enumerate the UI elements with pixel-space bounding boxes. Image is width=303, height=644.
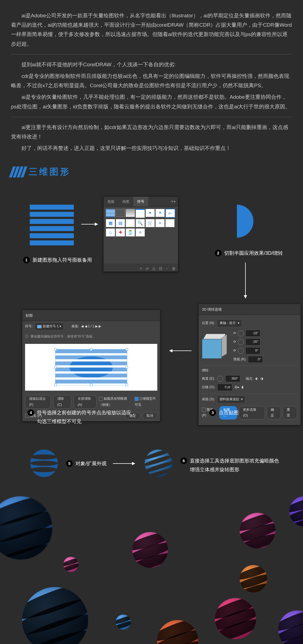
axis-icon: ⟳ xyxy=(233,348,236,354)
offset-input[interactable]: 0 pt xyxy=(217,384,232,391)
axis-icon: ⟳ xyxy=(233,330,236,336)
surface-dropdown[interactable]: 塑料效果底纹 ▾ xyxy=(217,396,245,403)
footer-icon[interactable]: ◎ xyxy=(152,265,156,270)
angle-input[interactable]: -18° xyxy=(245,330,260,337)
ok-button[interactable]: 确定 xyxy=(267,406,281,420)
label: 自▸ xyxy=(234,384,239,390)
step-text: 直接选择工具选择底部图形填充偏暗颜色 xyxy=(190,456,279,465)
arrow-right-icon xyxy=(81,224,98,224)
perspective-input[interactable]: 0° xyxy=(248,356,263,363)
edge-icon[interactable]: ▮ xyxy=(242,384,244,390)
symbol-swatch[interactable]: 🫙 xyxy=(126,228,135,237)
angle-input[interactable]: 360° xyxy=(225,375,240,382)
panel-menu-icon[interactable]: -≡ ▸ xyxy=(168,198,178,206)
more-options-button[interactable]: 更多选项 (O) xyxy=(239,406,265,420)
symbol-swatch[interactable] xyxy=(106,209,115,217)
orb xyxy=(63,557,79,572)
clear-button[interactable]: 清除 (C) xyxy=(53,395,71,409)
step-text: 切割半圆应用效果/3D/绕转 xyxy=(224,249,283,257)
symbol-dropdown[interactable]: 新建符号 1 ▾ xyxy=(35,323,64,330)
step-text: 对象/扩展外观 xyxy=(75,459,107,468)
orb xyxy=(240,513,275,549)
orb xyxy=(278,610,303,644)
section-heading: 三维图形 xyxy=(11,164,292,180)
invisible-checkbox[interactable] xyxy=(135,397,139,401)
cap-icon[interactable]: ◐ xyxy=(255,376,258,382)
angle-dial[interactable] xyxy=(238,348,244,354)
clear-all-button[interactable]: 全部清除 (A) xyxy=(74,395,97,409)
symbol-swatch[interactable]: ▤ xyxy=(116,219,125,227)
footer-icon[interactable]: ⇄ xyxy=(145,265,149,270)
step-text: 增强立体感并旋转图形 xyxy=(190,465,279,474)
angle-input[interactable]: 8° xyxy=(245,347,260,354)
shade-checkbox[interactable] xyxy=(99,397,103,401)
panel-tab[interactable]: 符号 xyxy=(133,197,148,206)
orb xyxy=(157,620,198,644)
step-badge: 5 xyxy=(66,460,73,467)
label: 符号: xyxy=(25,324,33,330)
orb xyxy=(22,587,88,644)
symbol-swatch[interactable]: ゝ xyxy=(126,219,135,227)
footer-icon[interactable]: ⛓ xyxy=(158,265,163,270)
orb xyxy=(215,598,256,639)
symbol-swatch[interactable]: ⌂ xyxy=(106,228,115,237)
symbol-swatch[interactable]: ≡ xyxy=(155,219,165,227)
symbol-swatch[interactable]: ✚ xyxy=(116,228,125,237)
angle-input[interactable]: -26° xyxy=(245,338,260,346)
preview-checkbox[interactable] xyxy=(202,408,206,412)
symbol-swatch[interactable] xyxy=(116,209,125,217)
step-badge: 4 xyxy=(28,409,34,416)
3d-options-panel: 3D 绕转选项 位置 (N): 离轴 - 前方 ▾ ⟳-18° ⟳-26° xyxy=(198,304,301,425)
symbol-swatch[interactable]: ≡ xyxy=(136,228,145,237)
cancel-button[interactable]: 重置 xyxy=(283,406,297,420)
tutorial-diagram: 1 新建图形拖入符号面板备用 色板 画笔 符号 -≡ ▸ ▾ ✕ ▻ ▦ ▤ xyxy=(11,196,292,488)
trash-icon[interactable]: 🗑 xyxy=(171,265,176,270)
label: 表面: xyxy=(71,324,79,330)
step-text: 符号选择之前创建的符号并点击缩放以适应， xyxy=(37,408,136,417)
symbol-swatch[interactable]: 🛒 xyxy=(145,219,155,227)
surface-nav[interactable]: ◀ ◀ 1 / 1 ▶ ▶ xyxy=(81,324,101,330)
symbol-swatch[interactable]: ▦ xyxy=(106,219,115,227)
label: 位置 (N): xyxy=(202,320,215,326)
orb xyxy=(240,565,267,593)
step-badge: 6 xyxy=(180,457,187,464)
arrow-down-icon xyxy=(245,262,246,298)
symbol-swatch[interactable]: ▾ xyxy=(145,209,155,217)
panel-tab[interactable]: 画笔 xyxy=(118,197,133,206)
panel-tab[interactable]: 色板 xyxy=(104,197,118,206)
orb xyxy=(132,532,168,568)
symbol-swatch[interactable] xyxy=(136,209,145,218)
symbol-swatch[interactable] xyxy=(126,209,135,217)
symbol-swatch[interactable]: ▻ xyxy=(165,209,175,218)
step-text: 勾选三维模型不可见 xyxy=(37,417,136,426)
symbol-swatch[interactable] xyxy=(165,219,175,227)
label: 透视 (R): xyxy=(233,357,246,363)
cap-icon[interactable]: ◑ xyxy=(260,376,263,382)
intro-paragraph: 提到ai就不得不提他的对手CorelDRAW，个人浅谈一下各自的优劣: xyxy=(11,60,292,69)
sphere-flat xyxy=(30,450,58,477)
position-dropdown[interactable]: 离轴 - 前方 ▾ xyxy=(217,319,242,327)
angle-dial[interactable] xyxy=(238,330,244,336)
symbols-panel: 色板 画笔 符号 -≡ ▸ ▾ ✕ ▻ ▦ ▤ ゝ 🔍 🛒 ≡ ⌂ xyxy=(103,196,178,272)
symbol-swatch[interactable]: ✕ xyxy=(155,209,165,217)
arrow-left-icon xyxy=(169,350,191,351)
cancel-button[interactable]: 取消 xyxy=(142,412,157,420)
label: 表面 (S): xyxy=(202,396,215,402)
symbol-swatch[interactable]: 🔍 xyxy=(136,219,145,227)
panel-title: 贴图 xyxy=(22,310,160,321)
scale-to-fit-button[interactable]: 缩放以适合 (F) xyxy=(25,395,51,409)
map-canvas[interactable] xyxy=(25,344,157,391)
intro-paragraph: ai是专业的矢量绘图软件，几乎不能处理位图，有一定的排版能力，然而这些都不是软肋… xyxy=(11,92,292,111)
cube-preview[interactable] xyxy=(202,334,227,359)
tip-text: 要创建和编辑这些符号，请使用"符号"面板。 xyxy=(31,334,96,340)
footer-icon[interactable]: ↗ xyxy=(138,265,143,270)
intro-paragraph: 好了，闲话不再赘述，进入正题，这里只讲解一些实用技巧与冷知识，基础知识不作重点！ xyxy=(11,144,292,153)
angle-dial[interactable] xyxy=(238,339,244,345)
axis-icon: ⟳ xyxy=(233,339,236,345)
footer-icon[interactable]: ▫ xyxy=(165,265,169,270)
mapped-symbol[interactable] xyxy=(55,349,127,385)
slash-icon xyxy=(11,166,25,177)
label: 端点: xyxy=(246,376,253,382)
angle-dial[interactable] xyxy=(217,376,223,382)
step-badge: 2 xyxy=(215,250,221,256)
